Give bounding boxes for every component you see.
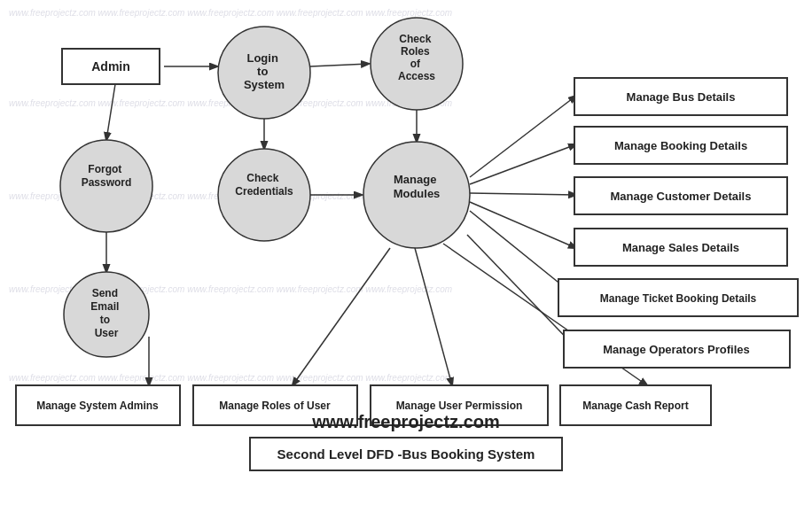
manage-roles-label: Manage Roles of User <box>219 400 331 412</box>
svg-line-15 <box>415 248 452 385</box>
footer-title-box: Second Level DFD -Bus Booking System <box>249 437 564 471</box>
footer-url: www.freeprojectz.com <box>118 412 694 432</box>
forgot-password-label: Forgot Password <box>82 163 132 189</box>
manage-customer-label: Manage Customer Details <box>611 190 752 203</box>
footer-section: www.freeprojectz.com Second Level DFD -B… <box>118 412 694 471</box>
svg-line-1 <box>310 64 369 66</box>
watermark: www.freeprojectz.com www.freeprojectz.co… <box>9 8 452 18</box>
svg-line-14 <box>293 248 390 385</box>
manage-sys-admins-label: Manage System Admins <box>36 400 159 412</box>
manage-booking-label: Manage Booking Details <box>614 139 747 152</box>
admin-label: Admin <box>91 59 130 74</box>
svg-line-10 <box>470 193 576 195</box>
watermark: www.freeprojectz.com www.freeprojectz.co… <box>9 373 452 383</box>
manage-bus-label: Manage Bus Details <box>627 90 736 104</box>
manage-cash-label: Manage Cash Report <box>582 400 688 412</box>
svg-line-2 <box>106 84 115 140</box>
manage-user-perm-label: Manage User Permission <box>396 400 523 412</box>
svg-line-11 <box>470 202 576 248</box>
manage-ticket-label: Manage Ticket Booking Details <box>600 292 757 305</box>
manage-operators-label: Manage Operators Profiles <box>603 343 749 356</box>
manage-sales-label: Manage Sales Details <box>622 241 739 254</box>
manage-modules-label: Manage Modules <box>394 173 441 200</box>
